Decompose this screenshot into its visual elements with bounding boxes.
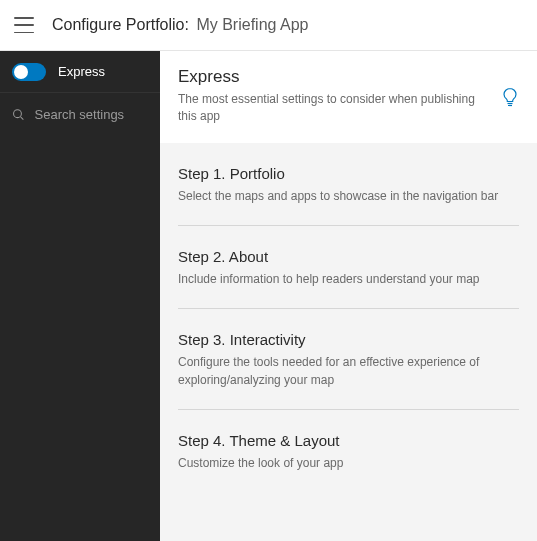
search-input[interactable]: [35, 107, 148, 122]
step-description: Select the maps and apps to showcase in …: [178, 188, 519, 205]
title-prefix: Configure Portfolio:: [52, 16, 189, 33]
intro-section: Express The most essential settings to c…: [160, 51, 537, 143]
main-panel: Express The most essential settings to c…: [160, 51, 537, 541]
step-description: Include information to help readers unde…: [178, 271, 519, 288]
sidebar: Express: [0, 51, 160, 541]
menu-icon[interactable]: [14, 17, 34, 33]
svg-point-0: [14, 109, 22, 117]
step-interactivity[interactable]: Step 3. Interactivity Configure the tool…: [178, 309, 519, 410]
intro-description: The most essential settings to consider …: [178, 91, 489, 125]
intro-title: Express: [178, 67, 489, 87]
express-toggle-row: Express: [0, 51, 160, 93]
title-value: My Briefing App: [196, 16, 308, 33]
step-heading: Step 1. Portfolio: [178, 165, 519, 182]
page-title: Configure Portfolio: My Briefing App: [52, 16, 308, 34]
step-portfolio[interactable]: Step 1. Portfolio Select the maps and ap…: [178, 143, 519, 226]
lightbulb-icon[interactable]: [501, 87, 519, 109]
step-heading: Step 4. Theme & Layout: [178, 432, 519, 449]
search-row: [0, 93, 160, 135]
step-theme-layout[interactable]: Step 4. Theme & Layout Customize the loo…: [178, 410, 519, 492]
express-toggle[interactable]: [12, 63, 46, 81]
step-heading: Step 3. Interactivity: [178, 331, 519, 348]
step-about[interactable]: Step 2. About Include information to hel…: [178, 226, 519, 309]
step-description: Customize the look of your app: [178, 455, 519, 472]
step-description: Configure the tools needed for an effect…: [178, 354, 519, 389]
search-icon: [12, 107, 25, 122]
svg-line-1: [21, 116, 24, 119]
app-header: Configure Portfolio: My Briefing App: [0, 0, 537, 51]
step-heading: Step 2. About: [178, 248, 519, 265]
steps-list: Step 1. Portfolio Select the maps and ap…: [160, 143, 537, 493]
express-toggle-label: Express: [58, 64, 105, 79]
